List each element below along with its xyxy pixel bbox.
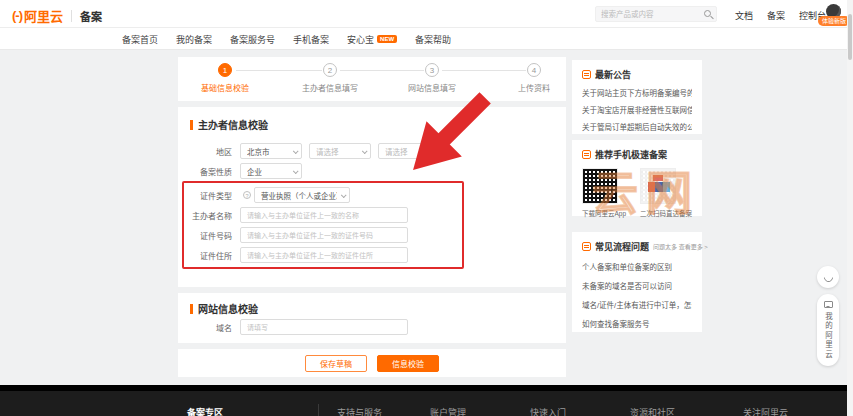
qr-panel: 推荐手机极速备案 下载阿里云App 二次扫码直达备案 <box>572 140 702 216</box>
nature-row: 备案性质 企业 <box>186 163 302 179</box>
page-footer: 备案专区 支持与服务 账户管理 快速入门 资源和社区 关注阿里云 <box>0 385 853 416</box>
announcement-icon <box>582 70 591 79</box>
step-4: 4 上传资料 <box>489 63 579 93</box>
help-icon[interactable]: ? <box>243 191 251 199</box>
page-scrollbar[interactable] <box>847 0 853 416</box>
avatar-badge[interactable]: 体验新版 <box>818 16 850 26</box>
footer-col-quickstart[interactable]: 快速入门 <box>530 406 566 416</box>
cert-addr-input[interactable] <box>240 247 408 263</box>
nature-value: 企业 <box>247 166 262 177</box>
faq-icon <box>582 242 591 251</box>
save-draft-button[interactable]: 保存草稿 <box>305 355 367 372</box>
announcement-link[interactable]: 关于淘宝店开展非经营性互联网信息服务 <box>582 104 692 115</box>
section-header-sponsor: 主办者信息校验 <box>190 117 268 132</box>
header-link-beian[interactable]: 备案 <box>767 9 785 22</box>
step-2-circle: 2 <box>323 63 337 77</box>
search-input[interactable] <box>601 7 701 21</box>
cert-addr-row: 证件住所 <box>186 247 408 263</box>
footer-col-support[interactable]: 支持与服务 <box>337 406 382 416</box>
org-name-row: 主办者名称 <box>186 207 408 223</box>
org-name-label: 主办者名称 <box>186 210 232 221</box>
header-divider <box>71 10 72 22</box>
step-1-label: 基础信息校验 <box>180 82 270 93</box>
announcement-link[interactable]: 关于网站主页下方标明备案编号的通知（... <box>582 87 692 98</box>
region-city-value: 请选择 <box>316 146 339 157</box>
footer-col-community[interactable]: 资源和社区 <box>630 406 675 416</box>
chevron-down-icon <box>293 168 299 174</box>
region-district-value: 请选择 <box>385 146 408 157</box>
website-info-card: 网站信息校验 域名 <box>178 293 566 343</box>
faq-more-link[interactable]: 问题太多 查看更多 > <box>653 242 708 251</box>
cert-no-label: 证件号码 <box>186 230 232 241</box>
domain-input[interactable] <box>240 319 408 335</box>
scrollbar-thumb[interactable] <box>848 14 852 60</box>
nav-item-my-beian[interactable]: 我的备案 <box>176 33 212 46</box>
cert-type-label: 证件类型 <box>186 190 232 201</box>
my-aliyun-widget[interactable]: 我的阿里云 <box>817 294 839 366</box>
domain-label: 域名 <box>186 322 232 333</box>
section-title: 网站信息校验 <box>198 301 258 316</box>
aliyun-logo[interactable]: (-) 阿里云 备案 <box>12 6 102 25</box>
product-name: 备案 <box>80 8 102 24</box>
nature-select[interactable]: 企业 <box>240 163 302 179</box>
org-name-input[interactable] <box>240 207 408 223</box>
section-accent-bar <box>190 304 193 314</box>
footer-col-follow[interactable]: 关注阿里云 <box>743 406 788 416</box>
announcement-link[interactable]: 关于管局订单超期后自动失效的公告 <box>582 121 692 132</box>
nav-item-service-no[interactable]: 备案服务号 <box>230 33 275 46</box>
section-title: 主办者信息校验 <box>198 117 268 132</box>
new-badge: NEW <box>377 35 397 43</box>
footer-col-beian[interactable]: 备案专区 <box>187 406 223 416</box>
cert-addr-label: 证件住所 <box>186 250 232 261</box>
announcements-title: 最新公告 <box>595 68 631 81</box>
chevron-down-icon <box>362 148 368 154</box>
qr-panel-title: 推荐手机极速备案 <box>595 148 667 161</box>
top-header: (-) 阿里云 备案 文档 备案 控制台 体验新版 <box>0 0 853 28</box>
step-connector <box>236 70 322 71</box>
section-header-website: 网站信息校验 <box>190 301 258 316</box>
region-district-select[interactable]: 请选择 <box>378 143 440 159</box>
contact-phone-button[interactable] <box>817 266 839 288</box>
search-icon[interactable] <box>704 10 711 17</box>
step-3-label: 网站信息填写 <box>387 82 477 93</box>
chevron-down-icon <box>341 192 347 198</box>
cert-no-input[interactable] <box>240 227 408 243</box>
cert-type-value: 营业执照（个人或企业） <box>261 190 337 201</box>
cert-type-row: 证件类型 ? 营业执照（个人或企业） <box>186 187 350 203</box>
faq-panel: 常见流程问题 问题太多 查看更多 > 个人备案和单位备案的区别 未备案的域名是否… <box>572 232 702 332</box>
faq-link[interactable]: 域名/证件/主体有进行中订单，怎么办 <box>582 299 692 310</box>
sponsor-info-card: 主办者信息校验 地区 北京市 请选择 请选择 备案性质 企业 <box>178 107 566 287</box>
action-bar: 保存草稿 信息校验 <box>178 349 566 377</box>
step-connector <box>340 70 424 71</box>
app-qr-code <box>582 168 618 204</box>
header-link-docs[interactable]: 文档 <box>735 9 753 22</box>
nav-item-home[interactable]: 备案首页 <box>122 33 158 46</box>
nav-item-anxinbao-label: 安心宝 <box>347 33 374 46</box>
faq-link[interactable]: 未备案的域名是否可以访问 <box>582 280 692 291</box>
verify-button[interactable]: 信息校验 <box>377 355 439 372</box>
cert-no-row: 证件号码 <box>186 227 408 243</box>
chat-icon <box>824 301 833 308</box>
region-province-value: 北京市 <box>247 146 270 157</box>
header-search[interactable] <box>595 6 717 22</box>
footer-col-account[interactable]: 账户管理 <box>430 406 466 416</box>
beian-page: (-) 阿里云 备案 文档 备案 控制台 体验新版 备案首页 我的备案 备案服务… <box>0 0 853 416</box>
step-2-label: 主办者信息填写 <box>285 82 375 93</box>
domain-row: 域名 <box>186 319 408 335</box>
step-1: 1 基础信息校验 <box>180 63 270 93</box>
nav-item-help[interactable]: 备案帮助 <box>415 33 451 46</box>
region-province-select[interactable]: 北京市 <box>240 143 302 159</box>
faq-link[interactable]: 个人备案和单位备案的区别 <box>582 261 692 272</box>
app-qr-caption: 下载阿里云App <box>582 208 626 218</box>
nav-item-mobile[interactable]: 手机备案 <box>293 33 329 46</box>
region-city-select[interactable]: 请选择 <box>309 143 371 159</box>
footer-divider <box>318 404 319 416</box>
beian-subnav: 备案首页 我的备案 备案服务号 手机备案 安心宝 NEW 备案帮助 <box>0 28 853 50</box>
faq-link[interactable]: 如何查找备案服务号 <box>582 318 692 329</box>
cert-type-select[interactable]: 营业执照（个人或企业） <box>254 187 350 203</box>
header-links: 文档 备案 控制台 <box>735 9 826 22</box>
section-accent-bar <box>190 120 193 130</box>
nav-item-anxinbao[interactable]: 安心宝 NEW <box>347 33 397 46</box>
step-4-circle: 4 <box>527 63 541 77</box>
region-row: 地区 北京市 请选择 请选择 <box>186 143 440 159</box>
